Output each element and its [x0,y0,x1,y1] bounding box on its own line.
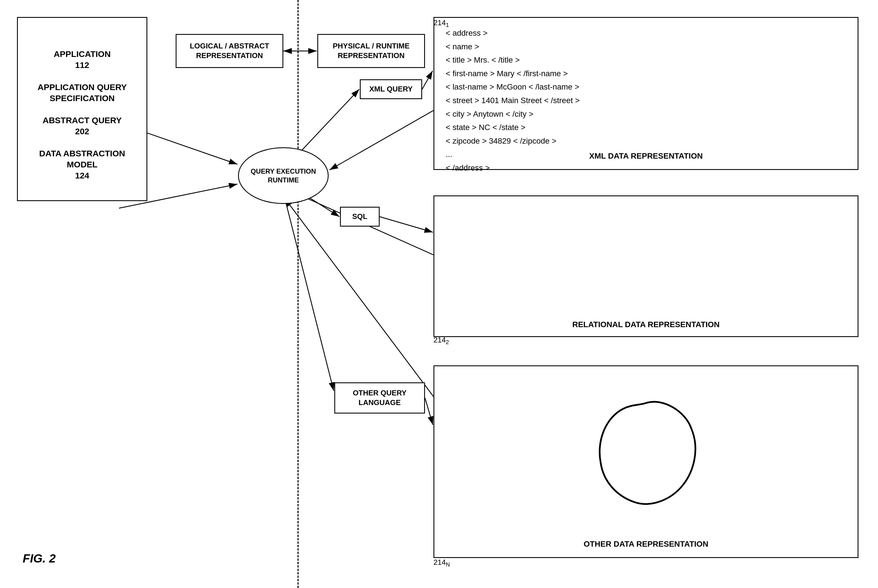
xml-line-3: < title > Mrs. < /title > [446,53,846,67]
xml-line-4: < first-name > Mary < /first-name > [446,67,846,81]
xml-line-2: < name > [446,40,846,54]
xml-query-box: XML QUERY [360,79,422,99]
other-data-box: OTHER DATA REPRESENTATION [434,365,858,558]
logical-rep-box: LOGICAL / ABSTRACTREPRESENTATION [176,34,283,68]
svg-line-15 [285,198,434,396]
ref-2141: 2141 [434,18,449,28]
blob-shape [589,389,702,513]
xml-data-box: < address > < name > < title > Mrs. < /t… [434,17,858,170]
diagram-container: 110 APPLICATION 112 APPLICATION QUERYSPE… [0,0,878,588]
other-ql-box: OTHER QUERYLANGUAGE [334,382,425,414]
xml-line-9: < zipcode > 34829 < /zipcode > [446,134,846,148]
svg-line-11 [380,217,433,232]
xml-line-5: < last-name > McGoon < /last-name > [446,80,846,94]
svg-line-14 [425,398,433,425]
other-data-label: OTHER DATA REPRESENTATION [434,540,858,549]
xml-line-11: < /address > [446,161,846,175]
physical-rep-box: PHYSICAL / RUNTIMEREPRESENTATION [317,34,425,68]
ref-214n: 214N [434,558,450,568]
dashed-divider [297,0,299,588]
xml-line-8: < state > NC < /state > [446,121,846,134]
sql-box: SQL [340,207,380,226]
xml-line-6: < street > 1401 Main Street < /street > [446,94,846,107]
xml-data-label: XML DATA REPRESENTATION [434,152,858,160]
application-box: APPLICATION 112 APPLICATION QUERYSPECIFI… [17,17,147,201]
svg-line-13 [283,193,334,391]
ref-2142: 2142 [434,336,449,345]
xml-line-1: < address > [446,26,846,40]
qer-ellipse: QUERY EXECUTION RUNTIME [238,147,329,204]
svg-line-7 [422,71,433,89]
xml-line-7: < city > Anytown < /city > [446,107,846,121]
relational-box: Title f_name l_name street city age Mrs. [434,195,858,337]
svg-line-9 [330,111,434,170]
relational-label: RELATIONAL DATA REPRESENTATION [434,320,858,329]
figure-label: FIG. 2 [23,552,56,566]
